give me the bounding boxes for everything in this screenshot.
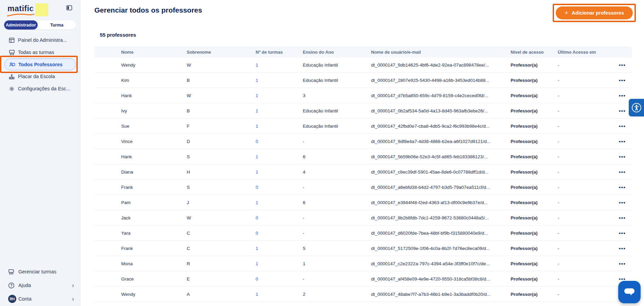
classes-count-link[interactable]: 1 bbox=[256, 78, 303, 83]
cell-last-name: W bbox=[187, 93, 256, 98]
page-title: Gerenciar todos os professores bbox=[94, 6, 202, 14]
cell-username-email: dt_0000147_c8ec39df-5901-45ae-8de6-0c077… bbox=[371, 169, 511, 175]
table-row: Pam J 1 6 dt_0000147_e3944f48-f2ed-4363-… bbox=[94, 195, 632, 210]
column-header-nivel: Nível de acesso bbox=[511, 50, 558, 55]
sidebar-item-label: Configurações da Esc... bbox=[18, 86, 70, 91]
cell-first-name: Frank bbox=[121, 246, 187, 251]
cell-access-level: Professor(a) bbox=[511, 276, 558, 282]
main-content: Gerenciar todos os professores + Adicion… bbox=[80, 0, 644, 306]
cell-access-level: Professor(a) bbox=[511, 185, 558, 190]
cell-grade: - bbox=[303, 276, 371, 282]
sidebar-item-painel[interactable]: Painel do Administra... bbox=[0, 34, 80, 46]
table-row: Kim B 1 Educação Infantil dt_0000147_280… bbox=[94, 73, 632, 88]
classes-count-link[interactable]: 1 bbox=[256, 154, 303, 159]
sidebar-item-label: Painel do Administra... bbox=[18, 37, 67, 43]
classes-count-link[interactable]: 1 bbox=[256, 246, 303, 251]
cell-last-access: - bbox=[558, 78, 619, 83]
toggle-administrador[interactable]: Administrador bbox=[4, 20, 38, 30]
classes-count-link[interactable]: 1 bbox=[256, 169, 303, 175]
classes-count-link[interactable]: 0 bbox=[256, 215, 303, 220]
classes-count-link[interactable]: 1 bbox=[256, 108, 303, 113]
cell-grade: Educação Infantil bbox=[303, 108, 371, 113]
sidebar-item-conta[interactable]: RH Conta › bbox=[0, 292, 80, 306]
row-actions-menu-icon[interactable]: ••• bbox=[619, 154, 632, 160]
cell-first-name: Ivy bbox=[121, 108, 187, 113]
row-actions-menu-icon[interactable]: ••• bbox=[619, 77, 632, 83]
accessibility-widget-button[interactable] bbox=[629, 99, 644, 116]
cell-username-email: dt_0000147_c2e2322a-797c-4394-a54e-3f3ff… bbox=[371, 261, 511, 266]
cell-grade: - bbox=[303, 185, 371, 190]
sidebar-item-turmas[interactable]: Todas as turmas bbox=[0, 46, 80, 58]
classes-count-link[interactable]: 0 bbox=[256, 276, 303, 282]
row-actions-menu-icon[interactable]: ••• bbox=[619, 123, 632, 129]
cell-first-name: Grace bbox=[121, 276, 187, 282]
classes-count-link[interactable]: 0 bbox=[256, 231, 303, 236]
sidebar-item-ajuda[interactable]: ? Ajuda › bbox=[0, 278, 80, 292]
cell-last-name: A bbox=[187, 292, 256, 297]
row-actions-menu-icon[interactable]: ••• bbox=[619, 184, 632, 190]
cell-last-name: W bbox=[187, 62, 256, 68]
classes-count-link[interactable]: 1 bbox=[256, 200, 303, 205]
cell-access-level: Professor(a) bbox=[511, 200, 558, 205]
classes-count-link[interactable]: 0 bbox=[256, 139, 303, 144]
cell-username-email: dt_0000147_42fbd0e7-cba8-4db5-9ca2-f6c99… bbox=[371, 124, 511, 129]
cell-username-email: dt_0000147_9db14625-4bf6-4de2-92ea-07ac8… bbox=[371, 62, 511, 68]
row-actions-menu-icon[interactable]: ••• bbox=[619, 230, 632, 236]
cell-grade: Educação Infantil bbox=[303, 124, 371, 129]
cell-access-level: Professor(a) bbox=[511, 124, 558, 129]
cell-username-email: dt_0000147_5b59b06e-52e3-4c5f-a865-feb18… bbox=[371, 154, 511, 159]
cell-last-name: S bbox=[187, 154, 256, 159]
column-header-ensino: Ensino do Ano bbox=[303, 50, 371, 55]
cell-grade: 1 bbox=[303, 261, 371, 266]
add-teachers-button-label: Adicionar professores bbox=[572, 10, 624, 16]
add-teachers-button[interactable]: + Adicionar professores bbox=[556, 6, 633, 19]
row-actions-menu-icon[interactable]: ••• bbox=[619, 246, 632, 251]
row-actions-menu-icon[interactable]: ••• bbox=[619, 139, 632, 144]
classes-count-link[interactable]: 1 bbox=[256, 93, 303, 98]
cell-last-access: - bbox=[558, 200, 619, 205]
sidebar-item-professores[interactable]: Todos Professores bbox=[4, 58, 76, 70]
toggle-turma[interactable]: Turma bbox=[38, 20, 76, 30]
avatar-initials: RH bbox=[8, 295, 16, 303]
classes-count-link[interactable]: 1 bbox=[256, 62, 303, 68]
classes-count-link[interactable]: 1 bbox=[256, 261, 303, 266]
row-actions-menu-icon[interactable]: ••• bbox=[619, 200, 632, 205]
cell-username-email: dt_0000147_a6ebfd38-b4d2-4797-b3d5-79a07… bbox=[371, 185, 511, 190]
cell-first-name: Wendy bbox=[121, 62, 187, 68]
cell-username-email: dt_0000147_8b2b8fdb-7dc1-4259-9672-53680… bbox=[371, 215, 511, 220]
row-actions-menu-icon[interactable]: ••• bbox=[619, 169, 632, 175]
cell-grade: 4 bbox=[303, 169, 371, 175]
row-actions-menu-icon[interactable]: ••• bbox=[619, 215, 632, 221]
cell-first-name: Sue bbox=[121, 124, 187, 129]
cell-username-email: dt_0000147_5172509e-1f06-4c0a-8b2f-7d76e… bbox=[371, 246, 511, 251]
sidebar-item-configuracoes[interactable]: Configurações da Esc... bbox=[0, 83, 80, 95]
chat-widget-button[interactable] bbox=[618, 281, 641, 303]
accessibility-icon bbox=[631, 103, 642, 113]
matific-logo-text: matific bbox=[7, 4, 34, 13]
column-header-sobrenome: Sobrenome bbox=[187, 50, 256, 55]
cell-first-name: Jack bbox=[121, 215, 187, 220]
cell-last-name: C bbox=[187, 246, 256, 251]
column-header-ultimo-acesso: Último Acesso em bbox=[558, 50, 619, 55]
table-row: Mona R 1 1 dt_0000147_c2e2322a-797c-4394… bbox=[94, 256, 632, 271]
sidebar-item-gerenciar-turmas[interactable]: Gerenciar turmas bbox=[0, 265, 80, 278]
table-row: Frank S 0 - dt_0000147_a6ebfd38-b4d2-479… bbox=[94, 180, 632, 195]
cell-access-level: Professor(a) bbox=[511, 215, 558, 220]
row-actions-menu-icon[interactable]: ••• bbox=[619, 261, 632, 267]
cell-username-email: dt_0000147_af458e09-4e9e-4720-9550-318ca… bbox=[371, 276, 511, 282]
cell-access-level: Professor(a) bbox=[511, 154, 558, 159]
sidebar-collapse-icon[interactable] bbox=[66, 5, 72, 11]
table-row: Ivy B 1 Educação Infantil dt_0000147_0b2… bbox=[94, 103, 632, 119]
table-row: Grace E 0 - dt_0000147_af458e09-4e9e-472… bbox=[94, 271, 632, 287]
classes-count-link[interactable]: 0 bbox=[256, 185, 303, 190]
cell-last-name: W bbox=[187, 215, 256, 220]
row-actions-menu-icon[interactable]: ••• bbox=[619, 93, 632, 98]
sidebar-item-placar[interactable]: Placar da Escola bbox=[0, 70, 80, 83]
plus-icon: + bbox=[565, 9, 568, 17]
cell-last-name: D bbox=[187, 139, 256, 144]
cell-last-name: B bbox=[187, 108, 256, 113]
cell-access-level: Professor(a) bbox=[511, 62, 558, 68]
classes-count-link[interactable]: 1 bbox=[256, 292, 303, 297]
row-actions-menu-icon[interactable]: ••• bbox=[619, 62, 632, 68]
classes-count-link[interactable]: 1 bbox=[256, 124, 303, 129]
